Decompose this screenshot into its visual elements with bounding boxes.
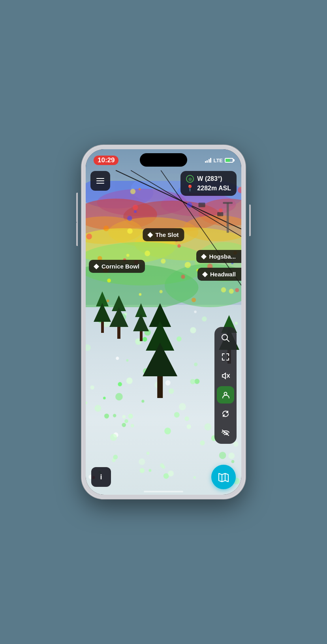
headwall-text: Headwall (210, 271, 236, 278)
map-toggle-button[interactable] (211, 465, 236, 489)
svg-line-25 (227, 339, 229, 342)
altitude-value: 2282m ASL (197, 185, 231, 192)
location-icon: 📍 (186, 184, 194, 192)
phone-screen: 10:29 LTE (86, 149, 241, 495)
compass-direction: W (283°) (197, 175, 222, 182)
label-hogsback[interactable]: Hogsba... (196, 250, 241, 263)
expand-button[interactable] (217, 348, 234, 366)
tree-left-1 (109, 295, 128, 339)
signal-strength (205, 158, 212, 163)
altitude-row: 📍 2282m ASL (186, 184, 231, 192)
menu-button[interactable] (90, 171, 110, 191)
hamburger-icon (96, 178, 104, 184)
label-headwall[interactable]: Headwall (197, 268, 241, 281)
map-icon (218, 471, 229, 483)
person-location-button[interactable] (217, 386, 234, 404)
battery-icon (225, 158, 233, 163)
phone-frame: 10:29 LTE (82, 145, 245, 499)
hogsback-text: Hogsba... (209, 253, 236, 260)
mute-button[interactable] (217, 367, 234, 385)
tree-left-2 (133, 303, 149, 341)
heatmap-overlay (86, 181, 241, 307)
svg-point-28 (224, 392, 227, 395)
mute-switch[interactable] (76, 207, 78, 222)
refresh-button[interactable] (217, 405, 234, 422)
diamond-icon-3 (201, 253, 207, 259)
info-icon: i (100, 473, 102, 481)
dynamic-island (140, 153, 187, 167)
search-button[interactable] (217, 329, 234, 347)
right-toolbar (214, 327, 237, 444)
label-the-slot[interactable]: The Slot (143, 228, 184, 241)
no-signal-button[interactable] (217, 424, 234, 441)
compass-row: ◎ W (283°) (186, 175, 231, 183)
compass-icon: ◎ (186, 175, 194, 183)
cornice-bowl-text: Cornice Bowl (101, 263, 139, 270)
status-right: LTE (205, 158, 233, 163)
the-slot-text: The Slot (155, 231, 179, 238)
diamond-icon (147, 232, 153, 237)
compass-widget: ◎ W (283°) 📍 2282m ASL (180, 171, 237, 196)
info-button[interactable]: i (91, 467, 111, 487)
tree-trunk (157, 376, 163, 398)
lte-label: LTE (213, 158, 223, 163)
label-cornice-bowl[interactable]: Cornice Bowl (89, 260, 145, 273)
status-time: 10:29 (94, 156, 118, 165)
volume-down-button[interactable] (76, 222, 78, 246)
map-view[interactable]: The Slot Cornice Bowl Hogsba... Headwall (86, 149, 241, 495)
power-button[interactable] (249, 205, 251, 236)
diamond-icon-2 (94, 263, 99, 269)
tree-far-left (94, 291, 111, 333)
diamond-icon-4 (202, 271, 208, 277)
battery-fill (226, 159, 230, 162)
home-indicator (144, 491, 183, 492)
